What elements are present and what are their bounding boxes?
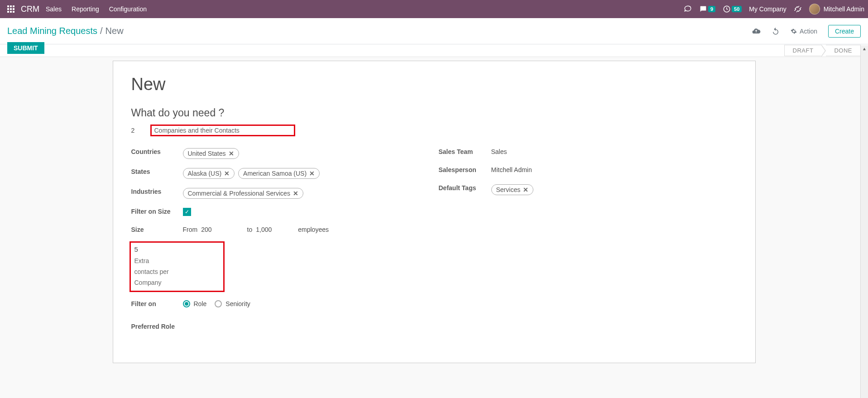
tag-country[interactable]: United States ✕: [183, 148, 239, 159]
need-type-select[interactable]: Companies and their Contacts: [154, 127, 240, 134]
size-from-input[interactable]: 200: [201, 226, 211, 233]
svg-rect-4: [10, 8, 12, 10]
label-sales-team: Sales Team: [439, 145, 491, 155]
tag-state[interactable]: American Samoa (US) ✕: [238, 168, 320, 179]
label-default-tags: Default Tags: [439, 182, 491, 192]
section-heading: What do you need ?: [131, 107, 737, 119]
filter-size-checkbox[interactable]: ✓: [183, 208, 191, 216]
label-to: to: [247, 226, 253, 233]
avatar: [809, 4, 820, 14]
label-from: From: [183, 226, 198, 233]
messages-icon[interactable]: 9: [699, 5, 715, 13]
remove-tag-icon[interactable]: ✕: [523, 186, 528, 193]
leads-quantity-input[interactable]: 2: [131, 127, 146, 134]
industries-field[interactable]: Commercial & Professional Services ✕: [183, 185, 430, 200]
svg-rect-2: [13, 5, 14, 7]
salesperson-field[interactable]: Mitchell Admin: [491, 163, 737, 173]
default-tags-field[interactable]: Services ✕: [491, 182, 737, 196]
submit-button[interactable]: SUBMIT: [7, 42, 44, 54]
stage-done[interactable]: DONE: [826, 45, 861, 56]
label-filter-on: Filter on: [131, 297, 183, 307]
form-sheet: New What do you need ? 2 Companies and t…: [113, 61, 756, 363]
status-stages: DRAFT DONE: [784, 44, 861, 57]
cloud-upload-icon[interactable]: [752, 27, 761, 36]
label-preferred-role: Preferred Role: [131, 320, 190, 330]
svg-rect-1: [10, 5, 12, 7]
apps-icon[interactable]: [4, 2, 18, 16]
label-size: Size: [131, 223, 183, 233]
topbar: CRM Sales Reporting Configuration 9 50 M…: [0, 0, 868, 18]
svg-rect-0: [7, 5, 9, 7]
tag-state[interactable]: Alaska (US) ✕: [183, 168, 235, 179]
activities-icon[interactable]: 50: [723, 5, 742, 13]
states-field[interactable]: Alaska (US) ✕ American Samoa (US) ✕: [183, 165, 430, 180]
extra-contacts-input[interactable]: 5: [134, 245, 220, 253]
svg-rect-6: [7, 11, 9, 13]
remove-tag-icon[interactable]: ✕: [224, 170, 230, 177]
action-label: Action: [800, 28, 817, 35]
action-button[interactable]: Action: [791, 28, 817, 35]
debug-icon[interactable]: [794, 5, 802, 13]
svg-rect-3: [7, 8, 9, 10]
remove-tag-icon[interactable]: ✕: [309, 170, 315, 177]
label-salesperson: Salesperson: [439, 163, 491, 173]
size-to-input[interactable]: 1,000: [256, 226, 272, 233]
voip-icon[interactable]: [684, 5, 692, 13]
statusbar: SUBMIT DRAFT DONE: [0, 44, 868, 57]
topbar-right: 9 50 My Company Mitchell Admin: [684, 4, 864, 14]
user-name: Mitchell Admin: [824, 5, 864, 13]
app-brand[interactable]: CRM: [21, 5, 39, 14]
label-employees: employees: [298, 226, 329, 233]
scroll-up-arrow-icon[interactable]: ▲: [861, 45, 868, 51]
radio-role[interactable]: [183, 300, 190, 307]
tag-default[interactable]: Services ✕: [491, 184, 534, 195]
user-menu[interactable]: Mitchell Admin: [809, 4, 864, 14]
breadcrumb: Lead Mining Requests / New: [7, 26, 124, 36]
breadcrumb-parent[interactable]: Lead Mining Requests: [7, 26, 97, 36]
company-name[interactable]: My Company: [749, 5, 786, 13]
radio-role-label[interactable]: Role: [194, 300, 207, 307]
svg-rect-5: [13, 8, 14, 10]
radio-seniority[interactable]: [215, 300, 222, 307]
nav-item-sales[interactable]: Sales: [46, 5, 62, 13]
label-countries: Countries: [131, 145, 183, 155]
controlbar: Lead Mining Requests / New Action Create: [0, 18, 868, 44]
label-states: States: [131, 165, 183, 175]
stage-sep-icon: [821, 44, 826, 57]
label-filter-size: Filter on Size: [131, 205, 183, 215]
nav-menu: Sales Reporting Configuration: [46, 5, 147, 13]
remove-tag-icon[interactable]: ✕: [293, 190, 298, 197]
label-industries: Industries: [131, 185, 183, 195]
scrollbar[interactable]: ▲: [860, 45, 868, 381]
messages-badge: 9: [708, 6, 715, 12]
remove-tag-icon[interactable]: ✕: [229, 150, 234, 157]
extra-label-3: Company: [134, 278, 220, 288]
activities-badge: 50: [732, 6, 742, 12]
gear-icon: [791, 28, 797, 34]
nav-item-reporting[interactable]: Reporting: [72, 5, 99, 13]
tag-industry[interactable]: Commercial & Professional Services ✕: [183, 188, 303, 199]
preferred-role-field[interactable]: [190, 320, 430, 323]
create-button[interactable]: Create: [828, 25, 861, 38]
stage-draft[interactable]: DRAFT: [784, 45, 822, 56]
breadcrumb-sep: /: [100, 26, 103, 36]
countries-field[interactable]: United States ✕: [183, 145, 430, 160]
page-title: New: [131, 75, 737, 94]
radio-seniority-label[interactable]: Seniority: [225, 300, 250, 307]
sales-team-field[interactable]: Sales: [491, 145, 737, 155]
svg-rect-7: [10, 11, 12, 13]
extra-label-2: contacts per: [134, 267, 220, 278]
svg-rect-8: [13, 11, 14, 13]
extra-label-1: Extra: [134, 256, 220, 267]
extra-contacts-block: 5 Extra contacts per Company: [129, 241, 225, 292]
discard-icon[interactable]: [772, 27, 780, 35]
nav-item-configuration[interactable]: Configuration: [109, 5, 147, 13]
breadcrumb-current: New: [106, 26, 124, 36]
